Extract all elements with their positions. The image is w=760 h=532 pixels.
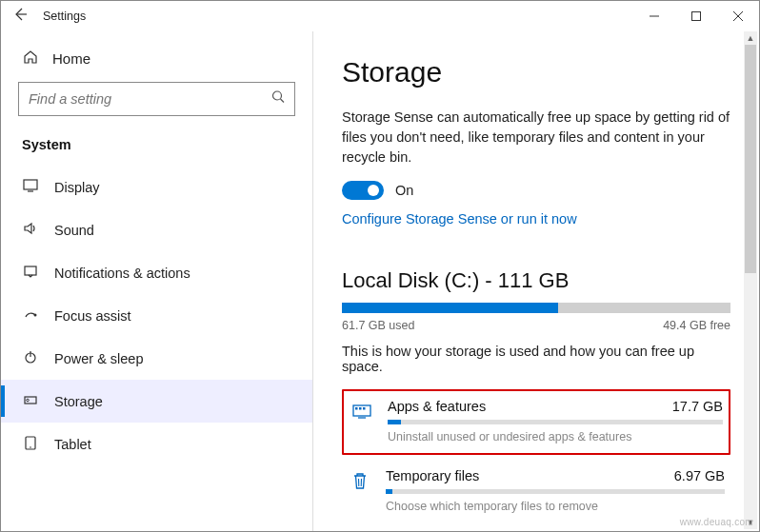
minimize-button[interactable] — [633, 1, 675, 31]
sound-icon — [22, 220, 39, 240]
close-button[interactable] — [717, 1, 759, 31]
power-icon — [22, 348, 39, 368]
category-bar — [386, 489, 725, 494]
sidebar-item-tablet[interactable]: Tablet — [1, 423, 312, 465]
sidebar-item-label: Storage — [54, 394, 103, 409]
storage-how-text: This is how your storage is used and how… — [342, 344, 730, 374]
vertical-scrollbar[interactable]: ▲ ▼ — [744, 31, 757, 529]
category-bar — [388, 420, 723, 424]
sidebar-item-label: Focus assist — [54, 308, 131, 324]
svg-rect-8 — [25, 266, 36, 275]
category-size: 17.7 GB — [672, 399, 723, 414]
sidebar-item-sound[interactable]: Sound — [1, 208, 312, 251]
disk-used-label: 61.7 GB used — [342, 319, 414, 332]
window-controls — [633, 1, 759, 31]
disk-usage-bar — [342, 303, 730, 313]
back-button[interactable] — [12, 7, 28, 26]
maximize-button[interactable] — [675, 1, 717, 31]
home-label: Home — [52, 50, 90, 67]
svg-point-4 — [273, 91, 282, 100]
focus-assist-icon — [22, 305, 39, 325]
category-apps-features[interactable]: Apps & features 17.7 GB Uninstall unused… — [342, 389, 730, 455]
display-icon — [22, 177, 39, 197]
titlebar: Settings — [1, 1, 759, 31]
disk-free-label: 49.4 GB free — [663, 319, 730, 332]
sidebar-item-label: Notifications & actions — [54, 266, 190, 281]
svg-rect-1 — [692, 12, 701, 21]
show-more-categories-link[interactable]: Show more categories — [342, 530, 730, 531]
watermark: www.deuaq.com — [680, 517, 753, 527]
search-icon — [271, 90, 286, 108]
svg-point-15 — [30, 446, 31, 448]
sidebar-item-storage[interactable]: Storage — [1, 380, 312, 423]
svg-rect-16 — [353, 405, 370, 416]
storage-sense-description: Storage Sense can automatically free up … — [342, 108, 730, 167]
sidebar-item-label: Power & sleep — [54, 351, 144, 366]
svg-rect-6 — [24, 180, 37, 189]
sidebar-home[interactable]: Home — [1, 39, 312, 82]
window-title: Settings — [43, 10, 86, 23]
tablet-icon — [22, 434, 39, 454]
category-size: 6.97 GB — [674, 468, 725, 483]
storage-sense-toggle[interactable] — [342, 181, 384, 200]
notifications-icon — [22, 263, 39, 283]
sidebar-item-notifications[interactable]: Notifications & actions — [1, 251, 312, 294]
svg-line-5 — [281, 99, 285, 103]
category-name: Temporary files — [386, 468, 479, 483]
scrollbar-thumb[interactable] — [745, 45, 756, 273]
storage-icon — [22, 391, 39, 411]
sidebar-item-power-sleep[interactable]: Power & sleep — [1, 337, 312, 380]
trash-icon — [348, 468, 372, 513]
sidebar-item-display[interactable]: Display — [1, 166, 312, 208]
category-temporary-files[interactable]: Temporary files 6.97 GB Choose which tem… — [342, 461, 730, 522]
apps-icon — [350, 399, 374, 443]
category-sub: Uninstall unused or undesired apps & fea… — [388, 430, 723, 443]
svg-rect-17 — [355, 407, 358, 410]
storage-sense-toggle-label: On — [395, 183, 413, 198]
svg-rect-18 — [359, 407, 362, 410]
sidebar-item-label: Sound — [54, 223, 94, 238]
category-name: Apps & features — [388, 399, 486, 414]
category-sub: Choose which temporary files to remove — [386, 500, 725, 513]
svg-point-13 — [27, 399, 30, 402]
scroll-up-arrow[interactable]: ▲ — [744, 31, 757, 45]
sidebar-item-label: Tablet — [54, 437, 91, 452]
svg-rect-19 — [363, 407, 366, 410]
sidebar: Home System Display Sound — [1, 31, 313, 531]
configure-storage-sense-link[interactable]: Configure Storage Sense or run it now — [342, 211, 730, 227]
svg-point-9 — [34, 314, 37, 317]
page-title: Storage — [342, 56, 730, 89]
content-pane: Storage Storage Sense can automatically … — [313, 31, 759, 531]
home-icon — [22, 49, 39, 69]
sidebar-heading-system: System — [1, 128, 312, 166]
sidebar-item-label: Display — [54, 180, 100, 195]
sidebar-item-focus-assist[interactable]: Focus assist — [1, 294, 312, 337]
disk-title: Local Disk (C:) - 111 GB — [342, 268, 730, 293]
search-input[interactable] — [18, 82, 295, 116]
